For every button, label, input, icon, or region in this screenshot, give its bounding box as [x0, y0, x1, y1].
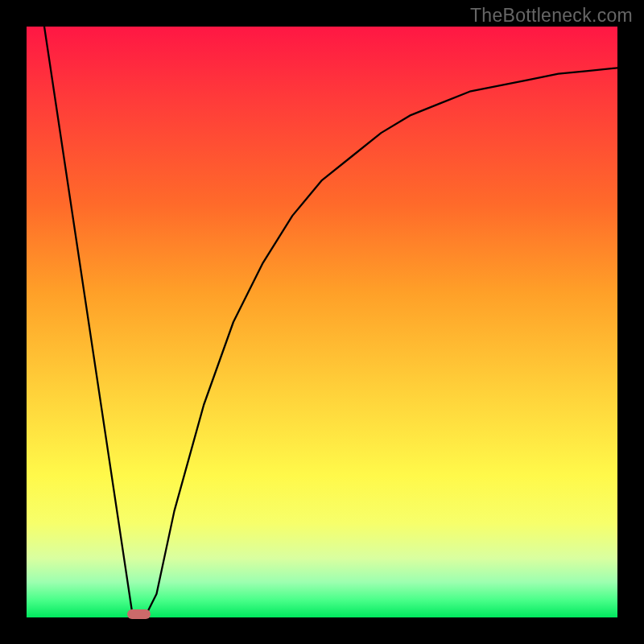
chart-frame: TheBottleneck.com — [0, 0, 644, 644]
bottleneck-curve — [27, 27, 617, 617]
watermark-text: TheBottleneck.com — [470, 5, 633, 27]
plot-area — [27, 27, 617, 617]
optimum-marker — [127, 609, 151, 619]
